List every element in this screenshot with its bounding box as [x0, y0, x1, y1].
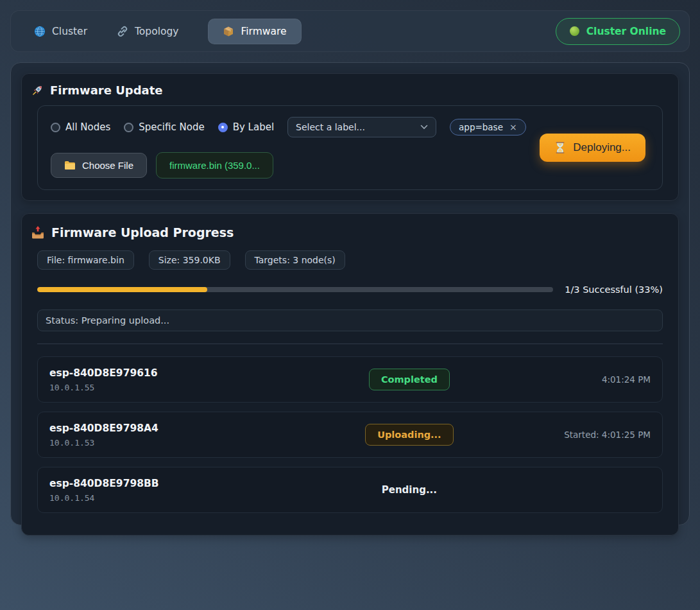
radio-specific-node[interactable]: Specific Node [124, 121, 204, 133]
meta-chip-file: File: firmware.bin [37, 250, 134, 270]
label-select-dropdown[interactable]: Select a label... [287, 117, 436, 137]
radio-all-nodes[interactable]: All Nodes [51, 121, 110, 133]
node-row-esp-840D8E979616: esp-840D8E979616 10.0.1.55 Completed 4:0… [37, 356, 663, 403]
outbox-tray-icon [31, 225, 45, 240]
choose-file-button[interactable]: Choose File [51, 153, 147, 178]
label-select-placeholder: Select a label... [296, 122, 365, 132]
meta-chip-size: Size: 359.0KB [149, 250, 230, 270]
node-name: esp-840D8E9798A4 [49, 423, 290, 434]
node-row-esp-840D8E9798A4: esp-840D8E9798A4 10.0.1.53 Uploading... … [37, 412, 663, 458]
status-box: Status: Preparing upload... [37, 309, 663, 331]
node-ip: 10.0.1.55 [49, 383, 290, 392]
section-divider [37, 344, 663, 344]
choose-file-label: Choose File [82, 160, 133, 171]
upload-progress-title: Firmware Upload Progress [31, 225, 663, 240]
selected-file-button[interactable]: firmware.bin (359.0... [156, 152, 273, 179]
radio-specific-node-label: Specific Node [139, 121, 204, 133]
progress-row: 1/3 Successful (33%) [37, 284, 663, 295]
upload-progress-title-text: Firmware Upload Progress [51, 225, 234, 240]
radio-by-label-circle[interactable] [218, 123, 228, 132]
tab-topology-label: Topology [135, 26, 178, 37]
firmware-update-card: Firmware Update All Nodes Specific Node … [21, 73, 679, 201]
tab-topology[interactable]: Topology [117, 19, 178, 44]
node-row-esp-840D8E9798BB: esp-840D8E9798BB 10.0.1.54 Pending... [37, 467, 663, 513]
link-icon [117, 26, 128, 37]
meta-chip-targets: Targets: 3 node(s) [245, 250, 345, 270]
progress-label: 1/3 Successful (33%) [565, 284, 663, 295]
tab-cluster[interactable]: Cluster [34, 19, 87, 44]
radio-all-nodes-label: All Nodes [65, 121, 110, 133]
progress-bar-track [37, 287, 553, 292]
label-chip-text: app=base [459, 122, 503, 132]
top-navbar: Cluster Topology Firmware Cluster Online [10, 10, 690, 52]
package-icon [223, 26, 234, 37]
node-name: esp-840D8E9798BB [49, 478, 290, 489]
deploy-button-label: Deploying... [573, 141, 631, 154]
firmware-update-title-text: Firmware Update [50, 83, 163, 97]
node-ip: 10.0.1.53 [49, 438, 290, 448]
hourglass-icon [554, 141, 566, 154]
tab-firmware[interactable]: Firmware [208, 19, 301, 44]
node-ip: 10.0.1.54 [49, 493, 290, 503]
deploy-button[interactable]: Deploying... [540, 134, 645, 162]
upload-meta-row: File: firmware.bin Size: 359.0KB Targets… [37, 250, 663, 270]
radio-by-label[interactable]: By Label [218, 121, 274, 133]
chevron-down-icon [420, 125, 428, 130]
progress-bar-fill [37, 287, 207, 292]
node-status-text: Pending... [382, 484, 437, 496]
radio-by-label-label: By Label [233, 121, 274, 133]
chip-remove-icon[interactable]: × [509, 122, 517, 132]
upload-progress-card: Firmware Upload Progress File: firmware.… [21, 213, 679, 536]
firmware-update-title: Firmware Update [31, 83, 663, 97]
node-timestamp: 4:01:24 PM [529, 374, 651, 385]
radio-all-nodes-circle[interactable] [51, 123, 60, 132]
cluster-online-badge[interactable]: Cluster Online [556, 18, 680, 45]
tab-firmware-label: Firmware [241, 26, 286, 37]
rocket-icon [31, 84, 44, 97]
node-status-badge: Completed [369, 369, 450, 390]
node-name: esp-840D8E979616 [49, 367, 290, 379]
tab-cluster-label: Cluster [52, 26, 87, 37]
radio-specific-node-circle[interactable] [124, 123, 133, 132]
label-chip-app-base[interactable]: app=base × [450, 119, 526, 135]
node-status-badge: Uploading... [365, 424, 453, 446]
cluster-online-label: Cluster Online [586, 26, 666, 37]
node-timestamp: Started: 4:01:25 PM [529, 430, 651, 440]
deploy-form: All Nodes Specific Node By Label Select … [37, 105, 663, 190]
main-content: Firmware Update All Nodes Specific Node … [10, 62, 690, 525]
globe-icon [34, 26, 46, 37]
online-status-dot [570, 26, 579, 36]
folder-icon [64, 161, 76, 170]
selected-file-label: firmware.bin (359.0... [169, 160, 260, 171]
